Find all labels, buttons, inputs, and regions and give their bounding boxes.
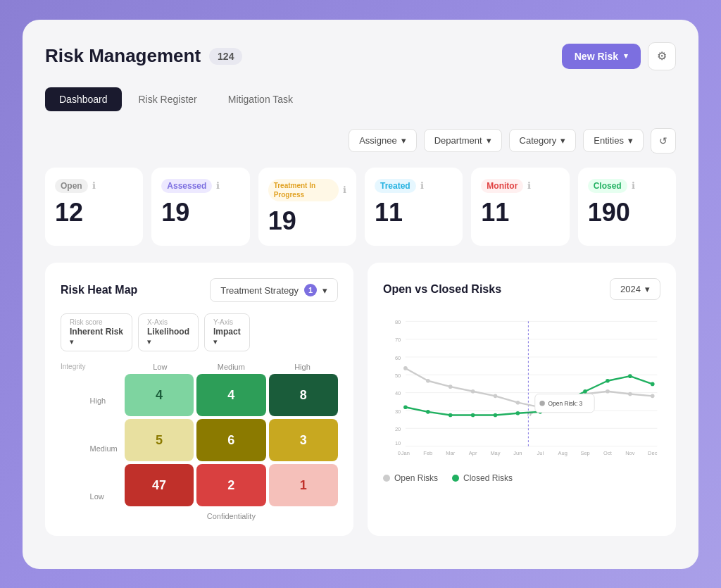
svg-point-55 [539, 401, 545, 406]
assignee-filter[interactable]: Assignee ▾ [349, 129, 416, 152]
year-select-button[interactable]: 2024 ▾ [610, 278, 660, 300]
treated-label: Treated [375, 179, 416, 193]
closed-count: 190 [588, 199, 666, 227]
tab-bar: Dashboard Risk Register Mitigation Task [45, 87, 676, 111]
bottom-row: Risk Heat Map Treatment Strategy 1 ▾ Ris… [45, 263, 676, 536]
closed-risks-legend-label: Closed Risks [463, 473, 513, 483]
chart-panel: Open vs Closed Risks 2024 ▾ 80 70 60 50 … [368, 263, 676, 536]
svg-point-27 [606, 389, 610, 394]
monitor-info-icon[interactable]: ℹ [527, 180, 531, 191]
grid-row-medium: 5 6 3 [125, 419, 338, 461]
svg-text:80: 80 [395, 319, 401, 325]
open-info-icon[interactable]: ℹ [92, 180, 96, 191]
treatment-strategy-button[interactable]: Treatment Strategy 1 ▾ [210, 278, 338, 302]
closed-info-icon[interactable]: ℹ [632, 180, 635, 191]
monitor-label: Monitor [481, 179, 523, 193]
tab-dashboard[interactable]: Dashboard [45, 87, 122, 111]
legend-closed-risks: Closed Risks [452, 473, 513, 483]
svg-text:70: 70 [395, 337, 401, 343]
svg-point-34 [494, 413, 498, 418]
heat-map-cells: Low Medium High 4 4 8 5 6 3 [125, 363, 338, 520]
treated-info-icon[interactable]: ℹ [420, 180, 424, 191]
department-label: Department [434, 135, 482, 146]
svg-text:Dec: Dec [648, 450, 658, 456]
status-card-treated: Treated ℹ 11 [365, 168, 463, 246]
category-filter[interactable]: Category ▾ [509, 129, 577, 152]
heat-map-grid-wrapper: Integrity High Medium Low Low Medium Hig… [61, 363, 338, 520]
status-card-closed: Closed ℹ 190 [578, 168, 676, 246]
cell-med-low[interactable]: 2 [196, 464, 265, 506]
treatment-strategy-label: Treatment Strategy [220, 285, 299, 296]
department-filter[interactable]: Department ▾ [424, 129, 502, 152]
svg-point-30 [403, 406, 408, 410]
cell-low-low[interactable]: 1 [269, 464, 338, 506]
assessed-label: Assessed [161, 179, 212, 193]
cell-low-med[interactable]: 5 [125, 419, 194, 461]
status-card-assessed: Assessed ℹ 19 [151, 168, 249, 246]
y-axis-value: Impact [213, 327, 241, 337]
treatment-label: Treatment In Progress [268, 179, 339, 201]
svg-point-40 [628, 374, 632, 378]
category-label: Category [520, 135, 557, 146]
cell-low-high[interactable]: 4 [125, 374, 194, 416]
cell-high-med[interactable]: 3 [269, 419, 338, 461]
svg-text:Oct: Oct [603, 450, 613, 456]
tab-risk-register[interactable]: Risk Register [125, 87, 211, 111]
y-axis-filter[interactable]: Y-Axis Impact ▾ [204, 313, 250, 351]
open-risks-dot [383, 475, 390, 482]
assessed-info-icon[interactable]: ℹ [216, 180, 220, 191]
header-right: New Risk ▾ ⚙ [562, 42, 676, 70]
svg-point-28 [628, 392, 632, 396]
x-axis-name-label: Confidentiality [125, 512, 338, 520]
legend-open-risks: Open Risks [383, 473, 438, 483]
svg-point-23 [516, 401, 520, 405]
cell-med-high[interactable]: 4 [196, 374, 265, 416]
heat-map-panel: Risk Heat Map Treatment Strategy 1 ▾ Ris… [45, 263, 353, 536]
treatment-count: 19 [268, 207, 346, 235]
open-risks-legend-label: Open Risks [394, 473, 438, 483]
svg-point-41 [651, 382, 655, 387]
x-axis-filter[interactable]: X-Axis Likelihood ▾ [138, 313, 199, 351]
entities-filter[interactable]: Entities ▾ [583, 129, 644, 152]
svg-point-20 [449, 384, 453, 389]
grid-row-low: 47 2 1 [125, 464, 338, 506]
treatment-info-icon[interactable]: ℹ [343, 184, 346, 195]
chart-legend: Open Risks Closed Risks [383, 473, 660, 483]
svg-text:40: 40 [395, 390, 401, 396]
col-label-medium: Medium [196, 363, 267, 371]
grid-row-high: 4 4 8 [125, 374, 338, 416]
status-label-row-open: Open ℹ [55, 179, 133, 193]
svg-text:May: May [490, 450, 500, 456]
chart-area: 80 70 60 50 40 30 20 10 0 [383, 311, 660, 466]
cell-high-low[interactable]: 47 [125, 464, 194, 506]
settings-button[interactable]: ⚙ [648, 42, 676, 70]
cell-med-med[interactable]: 6 [196, 419, 265, 461]
risk-score-chevron: ▾ [70, 337, 74, 346]
risk-score-filter[interactable]: Risk score Inherent Risk ▾ [61, 313, 132, 351]
svg-text:0: 0 [398, 450, 401, 456]
status-card-treatment: Treatment In Progress ℹ 19 [258, 168, 356, 246]
category-chevron-icon: ▾ [560, 135, 565, 146]
risk-count-badge: 124 [209, 48, 242, 65]
svg-point-22 [494, 394, 498, 399]
status-cards-row: Open ℹ 12 Assessed ℹ 19 Treatment In Pro… [45, 168, 676, 246]
cell-high-high[interactable]: 8 [269, 374, 338, 416]
status-card-monitor: Monitor ℹ 11 [471, 168, 569, 246]
page-header: Risk Management 124 New Risk ▾ ⚙ [45, 42, 676, 70]
svg-text:50: 50 [395, 373, 401, 379]
svg-text:Jan: Jan [401, 450, 410, 456]
reset-filter-button[interactable]: ↺ [651, 128, 676, 154]
y-label-low: Low [90, 475, 118, 518]
filters-bar: Assignee ▾ Department ▾ Category ▾ Entit… [45, 128, 676, 154]
svg-point-31 [426, 410, 430, 414]
chart-title: Open vs Closed Risks [383, 283, 501, 296]
tab-mitigation-task[interactable]: Mitigation Task [214, 87, 307, 111]
svg-point-21 [471, 389, 475, 394]
new-risk-button[interactable]: New Risk ▾ [562, 44, 641, 69]
svg-point-33 [471, 413, 475, 418]
svg-text:Nov: Nov [625, 450, 635, 456]
assignee-chevron-icon: ▾ [401, 135, 406, 146]
axis-filters: Risk score Inherent Risk ▾ X-Axis Likeli… [61, 313, 338, 351]
chevron-down-icon: ▾ [624, 51, 628, 61]
new-risk-label: New Risk [575, 51, 618, 62]
